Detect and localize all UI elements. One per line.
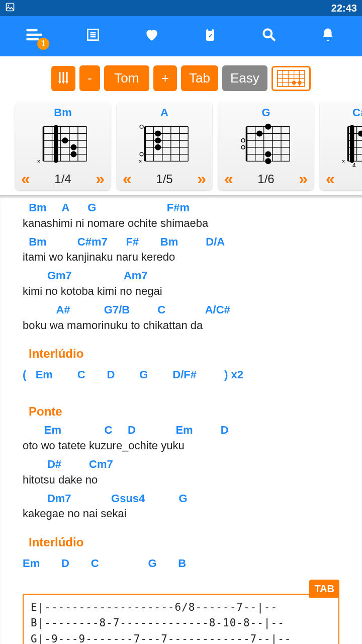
chord-line: A# G7/B C A/C# — [23, 302, 339, 318]
chord-next-icon[interactable]: » — [299, 170, 308, 188]
lyric-line: hitotsu dake no — [23, 472, 339, 488]
svg-rect-90 — [350, 125, 354, 163]
chord-prev-icon[interactable]: « — [326, 170, 335, 188]
svg-text:×: × — [139, 158, 142, 165]
chord-prev-icon[interactable]: « — [21, 170, 30, 188]
chord-name: Bm — [15, 106, 111, 119]
svg-text:×: × — [342, 158, 345, 165]
lyric-line: itami wo kanjinaku naru keredo — [23, 250, 339, 265]
lyric-line: kanashimi ni nomare ochite shimaeba — [23, 216, 339, 231]
tab-button[interactable]: Tab — [181, 65, 218, 91]
list-button[interactable] — [80, 27, 106, 46]
favorite-button[interactable] — [139, 27, 164, 46]
svg-point-70 — [241, 139, 245, 142]
key-label[interactable]: Tom — [104, 65, 149, 91]
svg-point-22 — [298, 80, 301, 84]
chord-line: Em D C G B — [23, 556, 339, 572]
svg-rect-6 — [206, 29, 214, 41]
scroll-button[interactable] — [51, 66, 75, 91]
chord-position: 1/5 — [156, 172, 172, 186]
svg-point-53 — [140, 125, 143, 128]
status-time: 22:43 — [331, 3, 357, 14]
chord-grid-button[interactable] — [272, 66, 311, 91]
chord-name: C#m7 — [320, 106, 362, 119]
chord-card[interactable]: A × « 1/5 » — [117, 102, 212, 190]
svg-point-75 — [265, 151, 271, 157]
top-nav: 1 — [0, 16, 362, 56]
chord-card[interactable]: Bm × « 1/4 » — [15, 102, 111, 190]
tab-content: E|-------------------6/8------7--|-- B|-… — [24, 595, 338, 644]
tab-box: TAB E|-------------------6/8------7--|--… — [23, 594, 339, 644]
chord-line: Bm A G F#m — [23, 200, 339, 216]
chord-prev-icon[interactable]: « — [224, 170, 233, 188]
bell-button[interactable] — [315, 27, 340, 46]
svg-point-91 — [358, 130, 362, 136]
svg-text:×: × — [37, 158, 41, 165]
svg-point-37 — [62, 137, 68, 143]
easy-button[interactable]: Easy — [222, 65, 267, 91]
lyric-line: kakegae no nai sekai — [23, 506, 339, 522]
search-button[interactable] — [256, 27, 282, 46]
chord-line: Bm C#m7 F# Bm D/A — [23, 234, 339, 250]
toolbar: - Tom + Tab Easy — [0, 56, 362, 100]
lyric-line: boku wa mamorinuku to chikattan da — [23, 318, 339, 334]
menu-badge: 1 — [37, 38, 49, 50]
key-up-button[interactable]: + — [153, 65, 177, 91]
svg-point-8 — [263, 29, 272, 37]
svg-text:4: 4 — [352, 162, 356, 167]
section-label: Interlúdio — [29, 534, 339, 551]
clipboard-button[interactable] — [198, 27, 223, 46]
lyric-line: oto wo tatete kuzure_ochite yuku — [23, 438, 339, 454]
song-content[interactable]: Bm A G F#m kanashimi ni nomare ochite sh… — [0, 195, 362, 644]
svg-point-21 — [292, 80, 296, 84]
menu-button[interactable]: 1 — [22, 26, 47, 47]
svg-point-57 — [155, 130, 161, 136]
section-label: Interlúdio — [29, 345, 339, 362]
svg-rect-36 — [54, 125, 58, 163]
chord-strip[interactable]: Bm × « 1/4 » A × « 1/5 » G « 1/6 » — [0, 100, 362, 195]
chord-line: D# Cm7 — [23, 457, 339, 472]
chord-card[interactable]: G « 1/6 » — [218, 102, 314, 190]
chord-diagram: ×4 — [320, 121, 362, 167]
chord-line: ( Em C D G D/F# ) x2 — [23, 367, 339, 383]
svg-point-56 — [155, 144, 161, 150]
chord-line: Gm7 Am7 — [23, 268, 339, 284]
svg-point-71 — [241, 145, 245, 149]
svg-point-1 — [8, 5, 9, 6]
svg-point-39 — [70, 151, 76, 157]
chord-line: Em C D Em D — [23, 423, 339, 438]
chord-next-icon[interactable]: » — [96, 170, 105, 188]
svg-point-54 — [140, 152, 143, 156]
svg-point-38 — [70, 144, 76, 150]
chord-card[interactable]: C#m7 ×4 « 1/ » — [320, 102, 362, 190]
key-down-button[interactable]: - — [79, 65, 100, 91]
svg-point-74 — [265, 158, 271, 164]
svg-point-73 — [265, 124, 271, 130]
svg-rect-0 — [7, 3, 14, 11]
svg-rect-7 — [208, 28, 212, 30]
chord-line: Dm7 Gsus4 G — [23, 491, 339, 507]
chord-prev-icon[interactable]: « — [123, 170, 132, 188]
image-icon — [5, 2, 15, 15]
chord-position: 1/6 — [257, 172, 274, 186]
chord-name: A — [117, 106, 212, 119]
chord-diagram: × — [117, 121, 212, 167]
chord-diagram — [218, 121, 314, 167]
tab-label: TAB — [309, 580, 339, 598]
lyric-line: kimi no kotoba kimi no negai — [23, 284, 339, 299]
chord-next-icon[interactable]: » — [197, 170, 206, 188]
svg-point-72 — [256, 130, 262, 136]
chord-diagram: × — [15, 121, 111, 167]
svg-point-55 — [155, 137, 161, 143]
chord-position: 1/4 — [54, 172, 71, 186]
chord-name: G — [218, 106, 314, 119]
svg-line-9 — [271, 37, 275, 41]
section-label: Ponte — [29, 403, 339, 420]
